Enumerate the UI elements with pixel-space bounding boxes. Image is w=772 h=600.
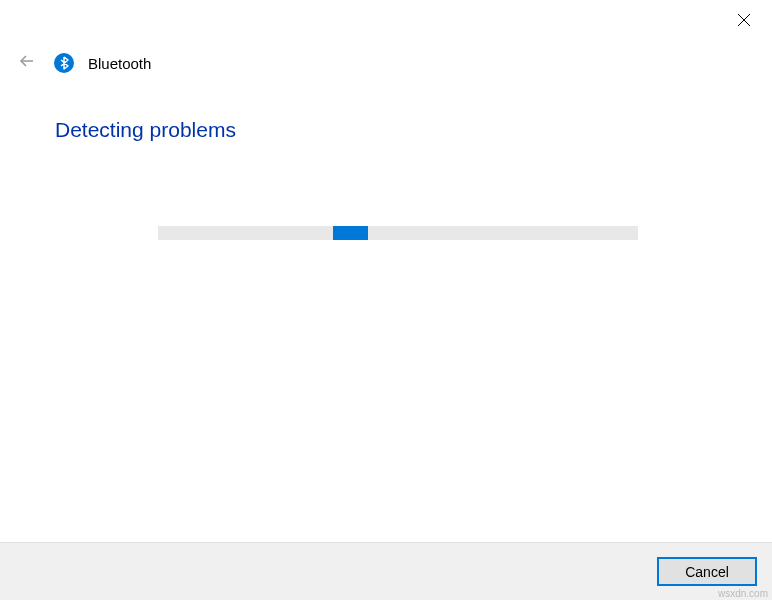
bluetooth-icon [54,53,74,73]
progress-bar [158,226,638,240]
close-button[interactable] [734,12,754,32]
status-heading: Detecting problems [55,118,236,142]
cancel-button[interactable]: Cancel [657,557,757,586]
close-icon [737,13,751,31]
footer: Cancel [0,542,772,600]
back-button[interactable] [16,52,38,74]
back-arrow-icon [18,52,36,74]
watermark: wsxdn.com [718,588,768,599]
page-title: Bluetooth [88,55,151,72]
progress-fill [333,226,368,240]
header: Bluetooth [16,52,151,74]
